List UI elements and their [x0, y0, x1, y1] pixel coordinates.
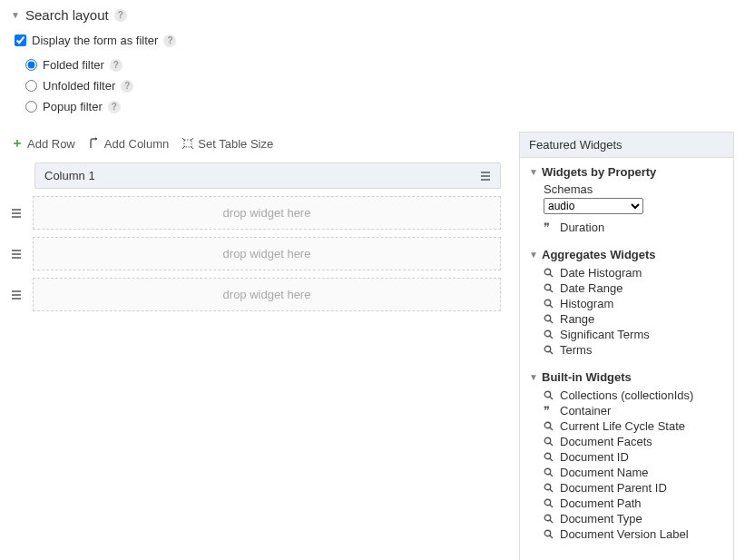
- svg-point-14: [544, 515, 550, 520]
- aggregates-widgets-section: ▼ Aggregates Widgets Date Histogram Date…: [529, 248, 724, 358]
- help-icon[interactable]: ?: [163, 34, 176, 47]
- unfolded-filter-label: Unfolded filter: [43, 79, 115, 93]
- widget-item-doc-name[interactable]: Document Name: [544, 465, 724, 480]
- add-row-label: Add Row: [27, 137, 75, 151]
- widget-item-date-histogram[interactable]: Date Histogram: [544, 265, 724, 280]
- widget-item-significant-terms[interactable]: Significant Terms: [544, 327, 724, 342]
- search-icon: [544, 283, 554, 293]
- widget-item-facets[interactable]: Document Facets: [544, 434, 724, 449]
- search-icon: [544, 314, 554, 324]
- row-menu-icon[interactable]: [11, 209, 25, 218]
- display-filter-checkbox[interactable]: [15, 34, 26, 46]
- search-icon: [544, 529, 554, 539]
- quote-icon: ❞: [544, 404, 554, 418]
- widget-item-container[interactable]: ❞ Container: [544, 403, 724, 418]
- widget-item-label: Document Parent ID: [560, 481, 667, 495]
- table-toolbar: ＋ Add Row Add Column Set Table Size: [11, 132, 501, 155]
- widget-item-date-range[interactable]: Date Range: [544, 280, 724, 296]
- column-header[interactable]: Column 1: [34, 162, 501, 189]
- add-column-label: Add Column: [104, 137, 170, 151]
- add-column-button[interactable]: Add Column: [88, 137, 170, 151]
- help-icon[interactable]: ?: [114, 9, 127, 22]
- table-row: drop widget here: [11, 196, 501, 230]
- help-icon[interactable]: ?: [108, 101, 121, 113]
- widget-item-label: Collections (collectionIds): [560, 388, 693, 402]
- schemas-select[interactable]: audio: [544, 198, 643, 214]
- widget-item-range[interactable]: Range: [544, 311, 724, 327]
- svg-point-5: [544, 330, 550, 336]
- search-icon: [544, 329, 554, 339]
- widget-item-label: Duration: [560, 221, 604, 234]
- widget-item-histogram[interactable]: Histogram: [544, 296, 724, 311]
- widget-item-doc-path[interactable]: Document Path: [544, 496, 724, 511]
- folded-filter-label: Folded filter: [43, 58, 104, 72]
- widget-item-duration[interactable]: ❞ Duration: [544, 220, 724, 235]
- row-menu-icon[interactable]: [11, 250, 25, 259]
- help-icon[interactable]: ?: [121, 80, 133, 93]
- widget-item-label: Document Type: [560, 512, 642, 526]
- widget-item-terms[interactable]: Terms: [544, 342, 724, 358]
- column-menu-icon[interactable]: [480, 172, 491, 181]
- set-table-size-label: Set Table Size: [198, 137, 273, 151]
- help-icon[interactable]: ?: [110, 59, 123, 72]
- schemas-label: Schemas: [544, 182, 724, 196]
- add-column-icon: [88, 137, 101, 150]
- drop-target[interactable]: drop widget here: [33, 237, 501, 270]
- drop-hint: drop widget here: [223, 288, 311, 301]
- search-icon: [544, 467, 554, 477]
- widget-item-doc-id[interactable]: Document ID: [544, 449, 724, 465]
- folded-filter-radio[interactable]: [25, 59, 37, 71]
- builtin-widgets-title[interactable]: ▼ Built-in Widgets: [529, 370, 724, 384]
- section-label: Aggregates Widgets: [542, 248, 656, 261]
- widget-item-doc-type[interactable]: Document Type: [544, 511, 724, 526]
- widget-item-label: Current Life Cycle State: [560, 419, 685, 433]
- aggregates-widgets-title[interactable]: ▼ Aggregates Widgets: [529, 248, 724, 261]
- widget-item-label: Date Histogram: [560, 266, 642, 280]
- unfolded-filter-row: Unfolded filter ?: [25, 79, 734, 93]
- search-icon: [544, 345, 554, 355]
- search-icon: [544, 452, 554, 462]
- svg-point-8: [544, 422, 550, 427]
- drop-target[interactable]: drop widget here: [33, 278, 501, 311]
- row-menu-icon[interactable]: [11, 290, 25, 300]
- section-header: ▼ Search layout ?: [11, 7, 734, 23]
- widget-item-label: Significant Terms: [560, 328, 650, 341]
- table-row: drop widget here: [11, 237, 501, 270]
- popup-filter-row: Popup filter ?: [25, 100, 734, 113]
- section-label: Widgets by Property: [542, 165, 656, 179]
- search-icon: [544, 498, 554, 508]
- popup-filter-radio[interactable]: [25, 101, 37, 113]
- widget-item-parent-id[interactable]: Document Parent ID: [544, 480, 724, 496]
- svg-point-3: [544, 300, 550, 305]
- search-icon: [544, 299, 554, 309]
- drop-hint: drop widget here: [223, 206, 311, 220]
- svg-point-13: [544, 499, 550, 505]
- plus-icon: ＋: [11, 135, 24, 152]
- set-table-size-button[interactable]: Set Table Size: [181, 137, 273, 151]
- unfolded-filter-radio[interactable]: [25, 80, 37, 92]
- section-label: Built-in Widgets: [542, 370, 632, 384]
- widgets-panel-title: Featured Widgets: [520, 133, 733, 158]
- collapse-icon[interactable]: ▼: [11, 10, 22, 20]
- column-label: Column 1: [44, 169, 95, 182]
- widget-item-label: Range: [560, 312, 594, 326]
- svg-point-12: [544, 484, 550, 489]
- widget-item-version-label[interactable]: Document Version Label: [544, 526, 724, 542]
- widget-item-lifecycle[interactable]: Current Life Cycle State: [544, 418, 724, 434]
- display-filter-label: Display the form as filter: [32, 34, 158, 47]
- svg-point-1: [544, 269, 550, 274]
- widget-item-label: Document Path: [560, 496, 642, 510]
- table-size-icon: [181, 137, 194, 150]
- svg-point-2: [544, 284, 550, 290]
- widgets-by-property-section: ▼ Widgets by Property Schemas audio ❞ Du…: [529, 165, 724, 235]
- add-row-button[interactable]: ＋ Add Row: [11, 135, 75, 152]
- widget-item-collections[interactable]: Collections (collectionIds): [544, 388, 724, 403]
- drop-hint: drop widget here: [223, 247, 311, 260]
- display-filter-row: Display the form as filter ?: [15, 34, 734, 47]
- drop-target[interactable]: drop widget here: [33, 196, 501, 230]
- quote-icon: ❞: [544, 221, 554, 234]
- search-icon: [544, 483, 554, 493]
- widgets-by-property-title[interactable]: ▼ Widgets by Property: [529, 165, 724, 179]
- search-icon: [544, 421, 554, 431]
- search-icon: [544, 268, 554, 278]
